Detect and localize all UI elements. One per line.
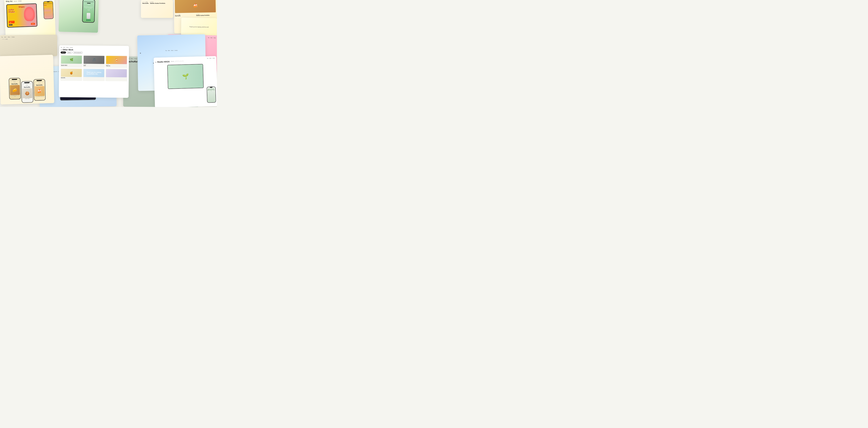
card-nachura-phones[interactable]: 10:54●●● Posts NachuRa 🧀 とってもなめらかなチーズケーキ…	[0, 55, 54, 104]
item5-sub	[84, 77, 104, 78]
sh-nav-top[interactable]: Top	[207, 58, 208, 59]
singjoy-name-item: Sing Joy	[106, 65, 127, 66]
card-otherwork[interactable]: Top Work About Contact ✳ Other Work Webs…	[59, 45, 129, 98]
nav-work[interactable]: Work	[4, 36, 6, 37]
green-date-text: 1.12	[88, 9, 90, 10]
singjoy-phone-mockup: 10:54 Singoy	[43, 1, 54, 19]
studiohaga-name: Studio HAGA	[61, 65, 82, 66]
sh-nav-about[interactable]: About	[212, 58, 215, 59]
otherwork-item-6[interactable]	[105, 69, 127, 81]
phone-notch	[47, 1, 49, 2]
otherwork-item-studiohaga[interactable]: 🌿 クライアントワーク Studio HAGA	[60, 55, 83, 68]
studiohaga-content: 🌱 暮らしを生きる方住まいのパーソナルケア	[155, 64, 215, 89]
tag-website[interactable]: Website	[61, 51, 66, 54]
kafu-thumbnail: 🎵	[84, 56, 104, 64]
studiohaga-title-row: ✳ Studio HAGA [ Website・クライアントワーク ]	[155, 59, 215, 64]
label-box-1: スクール課題 NachuRa	[142, 1, 149, 4]
singjoy-tablet-mockup: Singoy suikaShake キャンペーン開催!! ▶ 8.31 NEW!	[6, 3, 37, 28]
item4-name: NachuRa	[61, 77, 82, 78]
singjoy-date-badge: ▶ 8.31	[9, 24, 12, 26]
card-portfolio-nav[interactable]: Top Work About Contact ・スクール課題	[0, 35, 57, 57]
studiohaga-tag: [ Website・クライアントワーク ]	[170, 60, 184, 62]
tag-banner[interactable]: Banner	[67, 52, 72, 54]
label-portfolio: 自主制作 Sakiko Iizuka Portfolio	[196, 13, 216, 16]
phone2-header: Posts	[26, 84, 28, 86]
thankyou-small-text: Thank you for staying until the end!	[189, 26, 209, 28]
ty-nav-about[interactable]: About	[171, 50, 173, 51]
card-nachura-label[interactable]: スクール課題 NachuRa 自主制作 Sakiko Iizuka Portfo…	[141, 0, 173, 18]
nav-contact[interactable]: Contact	[11, 36, 14, 37]
nachura-phone-1: 10:54●●● Posts NachuRa 🧀 とってもなめらかなチーズケーキ	[8, 78, 21, 100]
item5-name	[84, 77, 104, 78]
phone-brand-text: Singoy	[43, 4, 53, 6]
singjoy-title: Sing Joy	[6, 0, 12, 2]
thankyou-star-icon: ✳	[140, 52, 141, 54]
ty-nav-contact[interactable]: Contact	[174, 50, 177, 51]
otherwork-item-kafu[interactable]: 🎵 自主制作 Kafu	[83, 55, 105, 68]
item4-thumbnail: 🍯	[61, 69, 82, 77]
phone1-subtext: とってもなめらかなチーズケーキ	[10, 95, 20, 97]
singjoy-brand: Singoy	[19, 6, 25, 8]
nachura-top-labels: スクール課題 NachuRa 自主制作 Sakiko Iizuka Portfo…	[175, 13, 216, 17]
studiohaga-star-icon: ✳	[155, 62, 156, 63]
label-portfolio-title: Sakiko Iizuka Portfolio	[196, 14, 216, 16]
otherwork-item-5[interactable]: Thank you for visitingmy portfolio site.	[83, 68, 105, 81]
phone-status-bar: 10:54	[43, 2, 53, 4]
label-nachura-title: NachuRa	[175, 15, 195, 17]
nachura-phone-3: 10:54●●● Posts NachuRa 🍰 さっとすまのチーズケーキ	[33, 79, 45, 101]
phone1-status: 10:54●●●	[10, 80, 19, 81]
ow-nav-work[interactable]: Work	[63, 47, 65, 48]
nb-nav-contact[interactable]: Contact	[134, 58, 137, 59]
phone2-subtext: Vegan Cookie	[25, 98, 30, 99]
label-box-2: 自主制作 Sakiko Iizuka Portfolio	[150, 1, 165, 4]
phone3-brand: NachuRa	[36, 84, 42, 86]
ap-nav-top[interactable]: Top	[208, 37, 209, 38]
ap-nav-about[interactable]: About	[214, 37, 216, 38]
nachura-top-image: 🍰	[175, 0, 216, 13]
card-green-nature[interactable]: 14:54 自然が宿る美しい秋への道、あなたの肌を磨きを 1.12 くわしくみる	[59, 0, 99, 33]
nb-nav-about[interactable]: About	[131, 58, 133, 59]
nlt-title-1: NachuRa	[142, 2, 149, 4]
ty-nav-top[interactable]: Top	[165, 50, 167, 51]
studiohaga-title: Studio HAGA	[157, 60, 170, 63]
singjoy-subtitle: Website・自主制作	[13, 1, 22, 2]
nav-top[interactable]: Top	[1, 36, 3, 37]
item5-thumbnail: Thank you for visitingmy portfolio site.	[84, 69, 104, 77]
phone3-notch	[36, 80, 42, 81]
ty-nav-work[interactable]: Work	[168, 50, 170, 51]
green-phone-mockup: 14:54 自然が宿る美しい秋への道、あなたの肌を磨きを 1.12 くわしくみる	[82, 0, 95, 23]
phone1-header: Posts	[13, 81, 16, 82]
phone-content	[43, 6, 51, 11]
phone1-image: 🧀	[10, 85, 20, 95]
overlay-notch	[210, 87, 212, 88]
ow-nav-about[interactable]: About	[66, 47, 69, 48]
item6-sub	[106, 78, 127, 78]
nachura-label-content: スクール課題 NachuRa 自主制作 Sakiko Iizuka Portfo…	[142, 1, 172, 4]
item6-thumbnail	[106, 69, 127, 78]
tag-webdev[interactable]: Web Development	[73, 52, 83, 54]
singjoy-campaign-badge: キャンペーン開催!!	[9, 21, 14, 24]
sh-nav-work[interactable]: Work	[209, 58, 212, 59]
ow-nav-contact[interactable]: Contact	[70, 47, 73, 48]
phone3-status: 10:54●●●	[34, 81, 44, 82]
nlt-title-2: Sakiko Iizuka Portfolio	[150, 2, 165, 4]
item6-name	[106, 78, 127, 78]
ap-nav-work[interactable]: Work	[211, 37, 213, 38]
ow-nav-top[interactable]: Top	[61, 47, 62, 48]
phone2-status: 10:54●●●	[22, 83, 32, 84]
phone3-subtext: さっとすまのチーズケーキ	[35, 96, 44, 97]
card-studiohaga[interactable]: Top Work About ✳ Studio HAGA [ Website・ク…	[154, 56, 217, 107]
otherwork-item-4[interactable]: 🍯 NachuRa	[60, 68, 83, 81]
studiohaga-thumbnail: 🌿	[61, 56, 82, 64]
green-cta-button[interactable]: くわしくみる	[86, 20, 91, 21]
studiohaga-phone-overlay: 暮らしを生きる方住まいのパーソナルケア	[207, 87, 216, 103]
otherwork-tags: Website Banner Web Development	[61, 51, 127, 54]
thankyou-nav: Top Work About Contact	[165, 50, 178, 51]
otherwork-item-singjoy[interactable]: 🍹 自主制作 Sing Joy	[105, 56, 127, 68]
studiohaga-tablet: 🌱	[167, 64, 204, 89]
card-thankyou-small[interactable]: Thank you for staying until the end!	[181, 18, 217, 36]
nav-about[interactable]: About	[8, 36, 10, 37]
phone2-image: 🍪	[22, 88, 32, 98]
phone3-header: Posts	[38, 82, 40, 83]
singjoy-drink-graphic	[24, 7, 35, 21]
